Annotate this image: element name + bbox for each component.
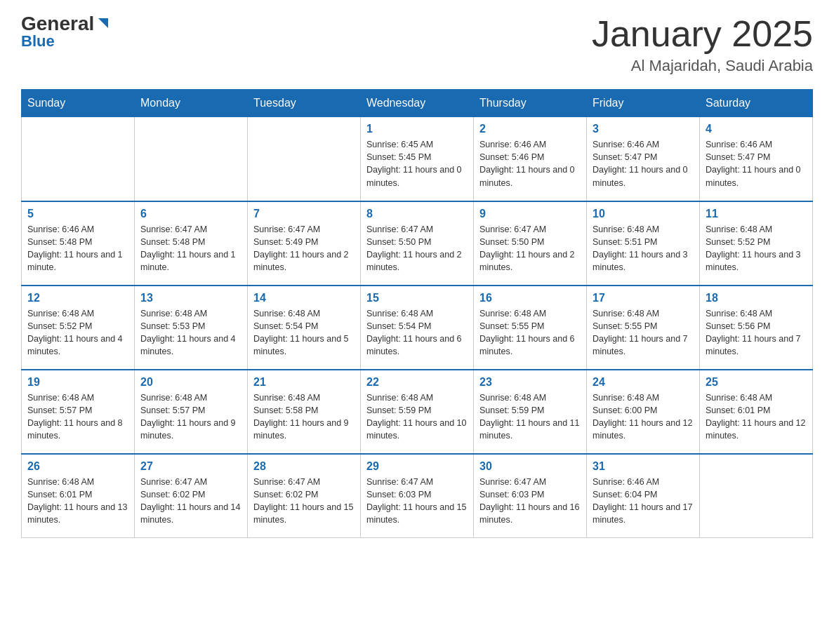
day-info: Sunrise: 6:47 AM Sunset: 6:02 PM Dayligh… [253,476,355,527]
day-info: Sunrise: 6:46 AM Sunset: 5:47 PM Dayligh… [593,138,694,189]
day-info: Sunrise: 6:48 AM Sunset: 5:52 PM Dayligh… [27,307,128,358]
day-info: Sunrise: 6:48 AM Sunset: 5:55 PM Dayligh… [593,307,694,358]
day-number: 9 [479,208,581,220]
calendar-table: SundayMondayTuesdayWednesdayThursdayFrid… [21,89,813,538]
logo-general: General [21,14,94,34]
week-row-2: 5Sunrise: 6:46 AM Sunset: 5:48 PM Daylig… [22,201,813,286]
day-number: 25 [706,376,807,389]
calendar-cell: 30Sunrise: 6:47 AM Sunset: 6:03 PM Dayli… [474,454,587,538]
calendar-cell: 14Sunrise: 6:48 AM Sunset: 5:54 PM Dayli… [248,286,361,370]
day-number: 19 [27,376,128,389]
month-title: January 2025 [592,14,813,54]
day-number: 4 [706,123,807,135]
calendar-cell: 17Sunrise: 6:48 AM Sunset: 5:55 PM Dayli… [587,286,700,370]
header-day-wednesday: Wednesday [361,90,474,117]
header-day-thursday: Thursday [474,90,587,117]
location: Al Majaridah, Saudi Arabia [592,57,813,75]
day-number: 11 [706,208,807,220]
day-info: Sunrise: 6:47 AM Sunset: 6:03 PM Dayligh… [479,476,581,527]
calendar-cell: 26Sunrise: 6:48 AM Sunset: 6:01 PM Dayli… [22,454,135,538]
header-day-friday: Friday [587,90,700,117]
day-info: Sunrise: 6:48 AM Sunset: 5:59 PM Dayligh… [366,391,468,443]
day-info: Sunrise: 6:47 AM Sunset: 6:03 PM Dayligh… [366,476,468,527]
day-info: Sunrise: 6:48 AM Sunset: 6:01 PM Dayligh… [27,476,128,527]
page-header: General Blue January 2025 Al Majaridah, … [21,14,813,75]
calendar-cell [22,117,135,201]
day-number: 30 [479,460,581,473]
day-info: Sunrise: 6:47 AM Sunset: 6:02 PM Dayligh… [140,476,241,527]
day-number: 17 [593,292,694,304]
day-number: 26 [27,460,128,473]
day-number: 20 [140,376,241,389]
calendar-cell: 16Sunrise: 6:48 AM Sunset: 5:55 PM Dayli… [474,286,587,370]
day-number: 10 [593,208,694,220]
day-number: 28 [253,460,355,473]
calendar-cell: 29Sunrise: 6:47 AM Sunset: 6:03 PM Dayli… [361,454,474,538]
day-info: Sunrise: 6:48 AM Sunset: 5:59 PM Dayligh… [479,391,581,443]
calendar-body: 1Sunrise: 6:45 AM Sunset: 5:45 PM Daylig… [22,117,813,538]
calendar-cell [700,454,813,538]
day-number: 5 [27,208,128,220]
calendar-cell: 19Sunrise: 6:48 AM Sunset: 5:57 PM Dayli… [22,370,135,454]
day-number: 31 [593,460,694,473]
day-number: 21 [253,376,355,389]
day-info: Sunrise: 6:48 AM Sunset: 5:54 PM Dayligh… [366,307,468,358]
calendar-cell: 24Sunrise: 6:48 AM Sunset: 6:00 PM Dayli… [587,370,700,454]
day-info: Sunrise: 6:48 AM Sunset: 5:58 PM Dayligh… [253,391,355,443]
day-number: 2 [479,123,581,135]
calendar-cell: 13Sunrise: 6:48 AM Sunset: 5:53 PM Dayli… [135,286,248,370]
day-info: Sunrise: 6:46 AM Sunset: 5:46 PM Dayligh… [479,138,581,189]
calendar-cell: 20Sunrise: 6:48 AM Sunset: 5:57 PM Dayli… [135,370,248,454]
calendar-cell [135,117,248,201]
calendar-cell: 22Sunrise: 6:48 AM Sunset: 5:59 PM Dayli… [361,370,474,454]
calendar-cell: 27Sunrise: 6:47 AM Sunset: 6:02 PM Dayli… [135,454,248,538]
day-info: Sunrise: 6:48 AM Sunset: 5:57 PM Dayligh… [27,391,128,443]
title-section: January 2025 Al Majaridah, Saudi Arabia [592,14,813,75]
day-number: 13 [140,292,241,304]
calendar-cell: 12Sunrise: 6:48 AM Sunset: 5:52 PM Dayli… [22,286,135,370]
calendar-cell: 6Sunrise: 6:47 AM Sunset: 5:48 PM Daylig… [135,201,248,286]
day-info: Sunrise: 6:48 AM Sunset: 6:00 PM Dayligh… [593,391,694,443]
day-number: 27 [140,460,241,473]
day-number: 18 [706,292,807,304]
calendar-cell: 15Sunrise: 6:48 AM Sunset: 5:54 PM Dayli… [361,286,474,370]
header-day-sunday: Sunday [22,90,135,117]
calendar-cell: 9Sunrise: 6:47 AM Sunset: 5:50 PM Daylig… [474,201,587,286]
header-day-saturday: Saturday [700,90,813,117]
calendar-cell: 7Sunrise: 6:47 AM Sunset: 5:49 PM Daylig… [248,201,361,286]
day-number: 29 [366,460,468,473]
day-number: 14 [253,292,355,304]
calendar-cell [248,117,361,201]
day-number: 6 [140,208,241,220]
day-number: 1 [366,123,468,135]
week-row-1: 1Sunrise: 6:45 AM Sunset: 5:45 PM Daylig… [22,117,813,201]
calendar-cell: 3Sunrise: 6:46 AM Sunset: 5:47 PM Daylig… [587,117,700,201]
day-number: 22 [366,376,468,389]
calendar-cell: 8Sunrise: 6:47 AM Sunset: 5:50 PM Daylig… [361,201,474,286]
day-info: Sunrise: 6:47 AM Sunset: 5:48 PM Dayligh… [140,223,241,274]
calendar-cell: 11Sunrise: 6:48 AM Sunset: 5:52 PM Dayli… [700,201,813,286]
day-info: Sunrise: 6:47 AM Sunset: 5:49 PM Dayligh… [253,223,355,274]
calendar-cell: 31Sunrise: 6:46 AM Sunset: 6:04 PM Dayli… [587,454,700,538]
svg-marker-0 [98,18,108,28]
calendar-cell: 2Sunrise: 6:46 AM Sunset: 5:46 PM Daylig… [474,117,587,201]
logo: General Blue [21,14,111,51]
header-row: SundayMondayTuesdayWednesdayThursdayFrid… [22,90,813,117]
week-row-5: 26Sunrise: 6:48 AM Sunset: 6:01 PM Dayli… [22,454,813,538]
day-info: Sunrise: 6:46 AM Sunset: 5:47 PM Dayligh… [706,138,807,189]
day-info: Sunrise: 6:48 AM Sunset: 5:51 PM Dayligh… [593,223,694,274]
day-info: Sunrise: 6:48 AM Sunset: 5:56 PM Dayligh… [706,307,807,358]
calendar-cell: 21Sunrise: 6:48 AM Sunset: 5:58 PM Dayli… [248,370,361,454]
day-number: 24 [593,376,694,389]
calendar-cell: 1Sunrise: 6:45 AM Sunset: 5:45 PM Daylig… [361,117,474,201]
calendar-cell: 4Sunrise: 6:46 AM Sunset: 5:47 PM Daylig… [700,117,813,201]
day-number: 15 [366,292,468,304]
day-number: 12 [27,292,128,304]
day-info: Sunrise: 6:46 AM Sunset: 5:48 PM Dayligh… [27,223,128,274]
day-info: Sunrise: 6:48 AM Sunset: 5:57 PM Dayligh… [140,391,241,443]
calendar-cell: 28Sunrise: 6:47 AM Sunset: 6:02 PM Dayli… [248,454,361,538]
day-info: Sunrise: 6:48 AM Sunset: 5:52 PM Dayligh… [706,223,807,274]
week-row-3: 12Sunrise: 6:48 AM Sunset: 5:52 PM Dayli… [22,286,813,370]
logo-triangle-icon [95,15,111,31]
day-info: Sunrise: 6:46 AM Sunset: 6:04 PM Dayligh… [593,476,694,527]
